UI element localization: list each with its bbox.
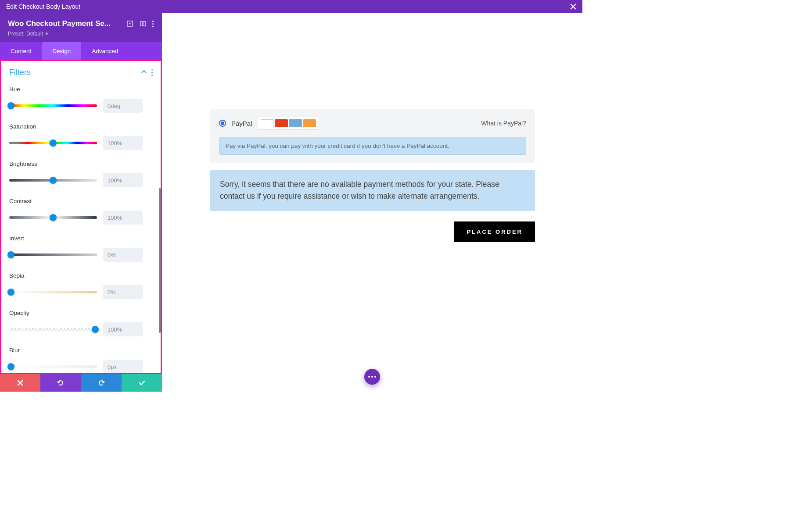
filter-saturation: Saturation 100% xyxy=(9,123,153,150)
hue-value[interactable]: 0deg xyxy=(103,99,143,113)
sepia-label: Sepia xyxy=(9,272,153,279)
brightness-label: Brightness xyxy=(9,161,153,167)
contrast-label: Contrast xyxy=(9,198,153,204)
cancel-button[interactable] xyxy=(0,374,40,392)
opacity-value[interactable]: 100% xyxy=(103,322,143,336)
sepia-value[interactable]: 0% xyxy=(103,285,143,299)
saturation-label: Saturation xyxy=(9,123,153,130)
save-button[interactable] xyxy=(122,374,162,392)
window-title: Edit Checkout Body Layout xyxy=(6,3,80,10)
saturation-value[interactable]: 100% xyxy=(103,136,143,150)
preset-value: Default xyxy=(26,31,43,37)
filter-brightness: Brightness 100% xyxy=(9,161,153,187)
paypal-label: PayPal xyxy=(231,120,252,127)
invert-label: Invert xyxy=(9,235,153,242)
hue-label: Hue xyxy=(9,86,153,93)
sepia-slider[interactable] xyxy=(9,291,97,293)
redo-button[interactable] xyxy=(81,374,122,392)
payment-method-block: PayPal What is PayPal? Pay via PayPal; y… xyxy=(210,109,535,163)
builder-fab-button[interactable] xyxy=(364,369,380,385)
filter-contrast: Contrast 100% xyxy=(9,198,153,225)
preset-label: Preset: xyxy=(8,31,25,37)
panel-scrollbar[interactable] xyxy=(159,188,161,333)
module-menu-icon[interactable] xyxy=(152,21,154,27)
checkout-payment-section: PayPal What is PayPal? Pay via PayPal; y… xyxy=(210,109,535,242)
filter-opacity: Opacity 100% xyxy=(9,310,153,336)
undo-button[interactable] xyxy=(40,374,81,392)
brightness-value[interactable]: 100% xyxy=(103,173,143,187)
filter-invert: Invert 0% xyxy=(9,235,153,262)
hue-slider[interactable] xyxy=(9,104,97,107)
blur-slider[interactable] xyxy=(9,365,97,368)
preset-selector[interactable]: Preset: Default ▼ xyxy=(8,31,154,37)
preview-area: PayPal What is PayPal? Pay via PayPal; y… xyxy=(162,13,582,393)
close-button[interactable] xyxy=(570,4,576,10)
settings-panel: Filters Hue 0deg Saturation 100% xyxy=(0,60,162,374)
opacity-label: Opacity xyxy=(9,310,153,316)
tab-advanced[interactable]: Advanced xyxy=(81,42,129,60)
module-header: Woo Checkout Payment Se... Preset: Defau… xyxy=(0,13,162,42)
expand-icon[interactable] xyxy=(126,20,134,28)
tab-design[interactable]: Design xyxy=(42,42,81,60)
svg-rect-2 xyxy=(140,21,142,26)
brightness-slider[interactable] xyxy=(9,179,97,182)
blur-label: Blur xyxy=(9,347,153,353)
filter-hue: Hue 0deg xyxy=(9,86,153,113)
panel-footer xyxy=(0,374,162,392)
svg-rect-3 xyxy=(143,21,146,26)
what-is-paypal-link[interactable]: What is PayPal? xyxy=(481,120,526,127)
window-title-bar: Edit Checkout Body Layout xyxy=(0,0,582,13)
layout-icon[interactable] xyxy=(139,20,147,28)
opacity-slider[interactable] xyxy=(9,328,97,331)
contrast-slider[interactable] xyxy=(9,216,97,219)
section-menu-icon[interactable] xyxy=(151,69,153,76)
svg-point-1 xyxy=(129,23,131,25)
paypal-radio[interactable] xyxy=(219,120,226,127)
chevron-down-icon: ▼ xyxy=(45,32,49,36)
blur-value[interactable]: 0px xyxy=(103,360,143,373)
place-order-button[interactable]: PLACE ORDER xyxy=(454,221,535,242)
module-title: Woo Checkout Payment Se... xyxy=(8,19,121,28)
section-collapse-icon[interactable] xyxy=(141,69,147,77)
settings-tabs: Content Design Advanced xyxy=(0,42,162,60)
paypal-info-text: Pay via PayPal; you can pay with your cr… xyxy=(219,137,526,155)
invert-slider[interactable] xyxy=(9,254,97,256)
no-payment-methods-message: Sorry, it seems that there are no availa… xyxy=(210,170,535,211)
payment-cards-icon xyxy=(258,117,319,130)
section-title: Filters xyxy=(9,68,31,77)
saturation-slider[interactable] xyxy=(9,142,97,144)
invert-value[interactable]: 0% xyxy=(103,248,143,262)
filter-sepia: Sepia 0% xyxy=(9,272,153,299)
contrast-value[interactable]: 100% xyxy=(103,211,143,225)
tab-content[interactable]: Content xyxy=(0,42,42,60)
filter-blur: Blur 0px xyxy=(9,347,153,373)
